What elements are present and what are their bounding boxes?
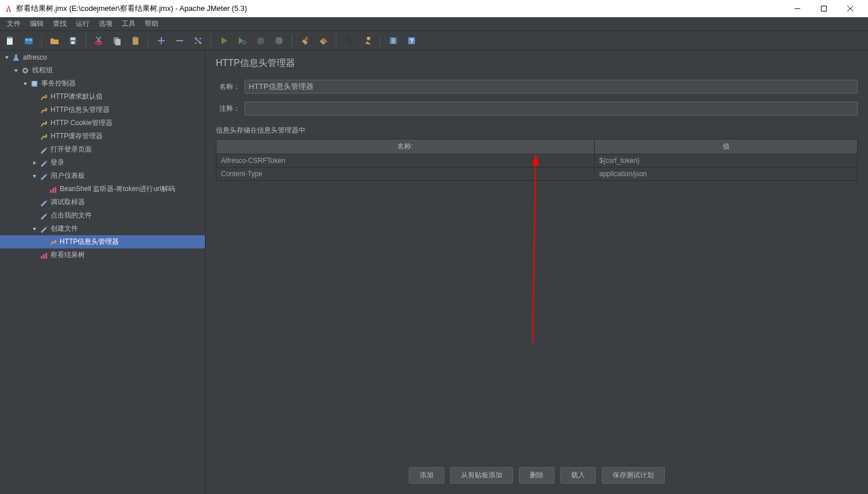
svg-rect-26 [305, 37, 308, 40]
menu-run[interactable]: 运行 [71, 18, 94, 30]
copy-icon[interactable] [109, 33, 125, 49]
tree-toggle-icon[interactable] [22, 80, 29, 87]
delete-button[interactable]: 删除 [519, 467, 555, 484]
svg-rect-10 [71, 37, 75, 40]
svg-rect-11 [71, 41, 75, 44]
close-button[interactable] [837, 0, 863, 17]
svg-point-27 [346, 37, 350, 42]
svg-rect-41 [50, 190, 52, 193]
shutdown-icon[interactable] [271, 33, 287, 49]
tree-toggle-icon[interactable] [3, 54, 10, 61]
svg-line-47 [533, 160, 536, 343]
minimize-button[interactable] [784, 0, 811, 17]
header-value-cell[interactable]: ${csrf_token} [595, 154, 858, 168]
svg-rect-5 [7, 37, 13, 38]
cut-icon[interactable] [91, 33, 107, 49]
tree-node[interactable]: alfresco [0, 50, 205, 64]
svg-point-25 [243, 41, 246, 44]
tree-node[interactable]: HTTP请求默认值 [0, 90, 205, 103]
tree-node-label: HTTP请求默认值 [51, 92, 103, 102]
tree-node[interactable]: 登录 [0, 156, 205, 169]
tree-node[interactable]: HTTP信息头管理器 [0, 103, 205, 116]
save-icon[interactable] [65, 33, 81, 49]
load-button[interactable]: 载入 [560, 467, 596, 484]
new-icon[interactable] [2, 33, 18, 49]
toggle-icon[interactable] [190, 33, 206, 49]
wrench-icon [39, 132, 48, 141]
menubar: 文件 编辑 查找 运行 选项 工具 帮助 [0, 17, 868, 31]
pen-icon [39, 211, 48, 220]
tree-node-label: 点击我的文件 [51, 211, 92, 220]
menu-file[interactable]: 文件 [2, 18, 25, 30]
collapse-icon[interactable] [172, 33, 188, 49]
tree-node[interactable]: HTTP Cookie管理器 [0, 116, 205, 130]
tree-node[interactable]: 事务控制器 [0, 77, 205, 90]
comment-input[interactable] [245, 102, 858, 115]
expand-icon[interactable] [153, 33, 169, 49]
search-icon[interactable] [341, 33, 357, 49]
col-header-value[interactable]: 值 [595, 139, 858, 154]
menu-edit[interactable]: 编辑 [25, 18, 48, 30]
tree-node[interactable]: 点击我的文件 [0, 209, 205, 222]
tree-toggle-icon[interactable] [13, 67, 20, 74]
templates-icon[interactable] [21, 33, 37, 49]
window-titlebar: 察看结果树.jmx (E:\codejmeter\察看结果树.jmx) - Ap… [0, 0, 868, 17]
tree-node[interactable]: 察看结果树 [0, 248, 205, 262]
tree-toggle-icon[interactable] [31, 160, 38, 166]
header-name-cell[interactable]: Content-Type [216, 168, 595, 181]
tree-node[interactable]: 用户仪表板 [0, 169, 205, 182]
open-icon[interactable] [46, 33, 63, 49]
start-icon[interactable] [216, 33, 232, 49]
col-header-name[interactable]: 名称: [216, 139, 595, 154]
help-icon[interactable]: ? [404, 33, 420, 49]
tree-toggle-icon[interactable] [31, 225, 38, 232]
start-no-pause-icon[interactable] [234, 33, 250, 49]
table-row[interactable]: Alfresco-CSRFToken${csrf_token} [216, 154, 858, 168]
tree-node[interactable]: HTTP信息头管理器 [0, 235, 205, 248]
maximize-button[interactable] [811, 0, 837, 17]
svg-rect-17 [115, 39, 121, 45]
clear-all-icon[interactable] [315, 33, 331, 49]
tree-node-label: 察看结果树 [51, 250, 85, 260]
doc-icon [30, 79, 39, 88]
header-name-cell[interactable]: Alfresco-CSRFToken [216, 154, 595, 168]
tree-node-label: HTTP信息头管理器 [60, 237, 119, 247]
header-value-cell[interactable]: application/json [595, 168, 858, 181]
paste-icon[interactable] [127, 33, 144, 49]
tree-node[interactable]: BeanShell 监听器-将token进行url解码 [0, 182, 205, 196]
clear-icon[interactable] [297, 33, 313, 49]
pen-icon [39, 198, 48, 207]
test-plan-tree[interactable]: alfresco线程组事务控制器HTTP请求默认值HTTP信息头管理器HTTP … [0, 50, 206, 494]
tree-node[interactable]: 线程组 [0, 64, 205, 77]
function-helper-icon[interactable] [385, 33, 401, 49]
tree-node-label: 线程组 [32, 65, 53, 75]
headers-table[interactable]: 名称: 值 Alfresco-CSRFToken${csrf_token}Con… [216, 139, 858, 181]
stop-icon[interactable] [253, 33, 269, 49]
save-testplan-button[interactable]: 保存测试计划 [602, 467, 665, 484]
tree-node-label: HTTP Cookie管理器 [51, 118, 113, 128]
tree-node[interactable]: 创建文件 [0, 222, 205, 235]
menu-tools[interactable]: 工具 [117, 18, 140, 30]
tree-toggle-icon[interactable] [31, 173, 38, 180]
menu-help[interactable]: 帮助 [140, 18, 163, 30]
tree-node[interactable]: HTTP缓存管理器 [0, 130, 205, 143]
svg-rect-43 [55, 187, 56, 193]
name-input[interactable] [245, 80, 858, 94]
reset-search-icon[interactable] [359, 33, 375, 49]
svg-rect-44 [41, 256, 42, 259]
table-row[interactable]: Content-Typeapplication/json [216, 168, 858, 181]
editor-panel: HTTP信息头管理器 名称： 注释： 信息头存储在信息头管理器中 名称: 值 A… [206, 50, 868, 494]
svg-point-29 [367, 37, 370, 40]
add-from-clipboard-button[interactable]: 从剪贴板添加 [450, 467, 513, 484]
tree-node[interactable]: 调试取样器 [0, 196, 205, 209]
svg-rect-42 [52, 188, 54, 193]
menu-options[interactable]: 选项 [94, 18, 117, 30]
tree-node-label: alfresco [23, 53, 47, 61]
menu-search[interactable]: 查找 [48, 18, 71, 30]
svg-rect-7 [26, 39, 28, 41]
svg-rect-1 [822, 6, 827, 11]
svg-point-23 [195, 37, 197, 40]
tree-node[interactable]: 打开登录页面 [0, 143, 205, 156]
add-button[interactable]: 添加 [409, 467, 444, 484]
svg-line-28 [350, 41, 352, 44]
